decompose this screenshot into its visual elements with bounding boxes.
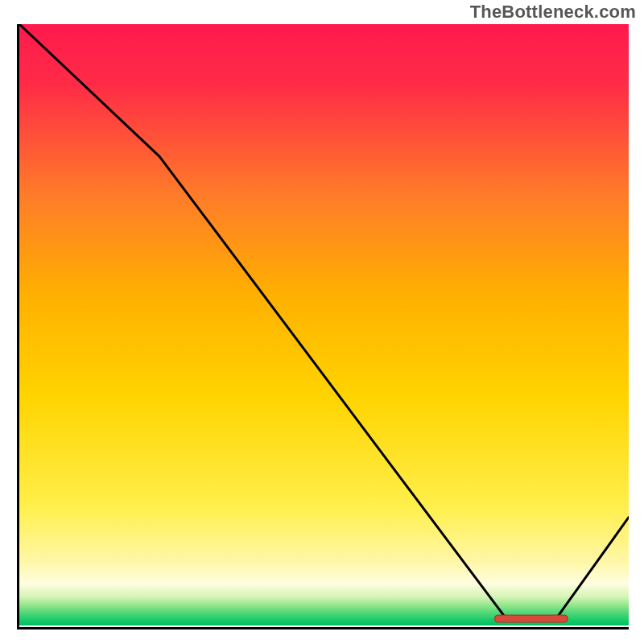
chart-stage: TheBottleneck.com: [0, 0, 644, 644]
plot-area: [17, 24, 629, 630]
optimal-marker: [19, 24, 629, 625]
svg-rect-1: [494, 615, 568, 622]
attribution-text: TheBottleneck.com: [470, 2, 636, 23]
